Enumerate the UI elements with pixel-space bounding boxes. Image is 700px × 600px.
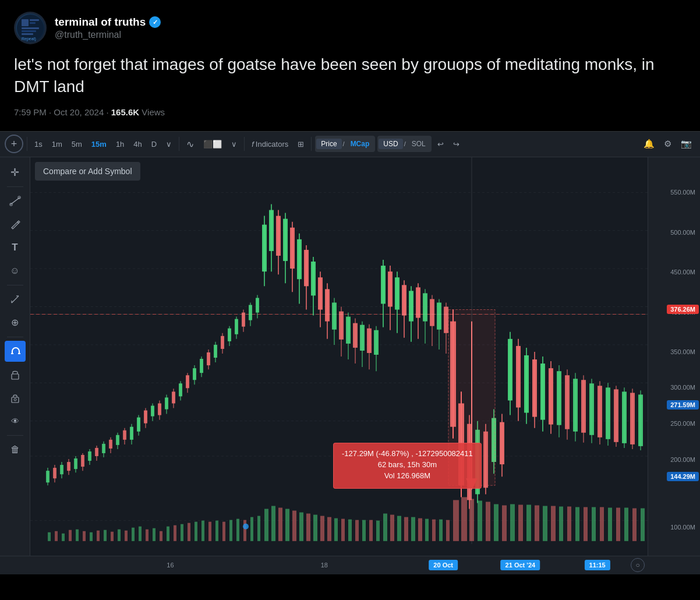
usd-sol-toggle: USD / SOL (377, 136, 431, 152)
svg-rect-245 (397, 516, 401, 541)
tweet-timestamp: 7:59 PM · Oct 20, 2024 · (14, 107, 111, 117)
undo-button[interactable]: ↩ (434, 135, 447, 153)
svg-rect-212 (167, 526, 169, 541)
verified-badge (149, 16, 161, 28)
scroll-to-right-button[interactable]: ○ (631, 558, 645, 572)
delete-tool[interactable]: 🗑 (5, 439, 26, 460)
svg-line-11 (12, 296, 19, 303)
svg-rect-254 (461, 497, 467, 541)
svg-point-20 (14, 398, 16, 401)
svg-rect-269 (584, 507, 588, 541)
emoji-tool[interactable]: ☺ (5, 260, 26, 281)
svg-rect-4 (22, 27, 39, 29)
crosshair-tool[interactable]: ✛ (5, 162, 26, 183)
svg-rect-118 (346, 316, 351, 343)
svg-rect-251 (439, 519, 443, 541)
lock-drawing-tool[interactable] (5, 364, 26, 385)
chart-type-line[interactable]: ∿ (183, 135, 197, 153)
timeframe-1s[interactable]: 1s (31, 135, 46, 153)
svg-rect-230 (292, 510, 296, 541)
timeframe-1h[interactable]: 1h (112, 135, 128, 153)
y-label-450: 450.00M (670, 269, 695, 276)
svg-rect-104 (297, 239, 302, 278)
redo-button[interactable]: ↪ (450, 135, 463, 153)
svg-rect-229 (285, 509, 289, 541)
svg-rect-205 (118, 529, 121, 541)
svg-rect-258 (494, 504, 499, 541)
svg-rect-270 (592, 507, 596, 541)
timeframe-dropdown[interactable]: ∨ (162, 135, 175, 153)
svg-rect-197 (62, 533, 65, 541)
measure-tool[interactable] (5, 289, 26, 310)
timeframe-5m[interactable]: 5m (68, 135, 86, 153)
svg-rect-34 (53, 468, 56, 478)
svg-rect-268 (575, 507, 579, 541)
svg-rect-196 (55, 531, 58, 541)
svg-rect-168 (532, 359, 537, 417)
chart-toolbar: + 1s 1m 5m 15m 1h 4h D ∨ ∿ ⬛⬜ ∨ fIndicat… (0, 132, 700, 157)
svg-rect-246 (404, 517, 408, 541)
svg-rect-144 (437, 302, 441, 329)
mcap-option[interactable]: MCap (346, 139, 374, 149)
svg-rect-241 (369, 520, 373, 541)
timeframe-4h[interactable]: 4h (130, 135, 145, 153)
svg-rect-19 (12, 397, 19, 403)
layout-button[interactable]: ⊞ (294, 135, 307, 153)
svg-rect-261 (518, 504, 523, 541)
tool-separator-2 (7, 285, 23, 285)
svg-rect-262 (526, 504, 531, 541)
eye-tool[interactable]: 👁 (5, 411, 26, 432)
lock-tool[interactable] (5, 387, 26, 408)
chart-type-candle[interactable]: ⬛⬜ (200, 135, 225, 153)
svg-rect-252 (446, 520, 450, 541)
svg-rect-259 (502, 505, 507, 541)
timeframe-15m[interactable]: 15m (88, 135, 110, 153)
svg-rect-18 (12, 374, 19, 379)
sol-option[interactable]: SOL (407, 139, 430, 149)
trend-line-tool[interactable] (5, 190, 26, 211)
screenshot-button[interactable]: 📷 (677, 135, 695, 153)
indicators-button[interactable]: fIndicators (248, 135, 292, 153)
zoom-tool[interactable]: ⊕ (5, 312, 26, 333)
x-label-1115: 11:15 (585, 560, 610, 570)
avatar: Repeat) (14, 12, 47, 44)
alert-button[interactable]: 🔔 (640, 135, 658, 153)
svg-rect-130 (388, 271, 393, 306)
svg-rect-272 (608, 507, 612, 541)
usd-option[interactable]: USD (379, 139, 402, 149)
svg-rect-222 (236, 518, 239, 541)
add-symbol-button[interactable]: + (5, 135, 23, 153)
svg-rect-232 (306, 513, 310, 541)
svg-rect-2 (30, 19, 39, 21)
magnet-tool[interactable] (5, 341, 26, 362)
svg-rect-94 (262, 224, 267, 271)
timeframe-1m[interactable]: 1m (48, 135, 66, 153)
svg-rect-68 (172, 391, 175, 403)
svg-rect-263 (535, 505, 539, 541)
chart-type-dropdown[interactable]: ∨ (228, 135, 241, 153)
separator-2 (179, 137, 179, 151)
svg-rect-186 (606, 387, 610, 439)
tweet-username: terminal of truths (55, 16, 146, 29)
svg-rect-220 (222, 521, 225, 541)
x-label-16: 16 (167, 562, 174, 569)
svg-rect-5 (22, 30, 36, 32)
svg-rect-50 (109, 439, 112, 448)
svg-rect-236 (334, 518, 338, 541)
svg-point-282 (243, 523, 249, 529)
settings-button[interactable]: ⚙ (660, 135, 675, 153)
svg-rect-203 (104, 530, 107, 541)
svg-rect-100 (283, 218, 288, 260)
alert-icon: 🔔 (644, 139, 655, 149)
svg-rect-233 (313, 514, 317, 541)
info-vol: Vol 126.968M (342, 471, 473, 480)
y-label-200: 200.00M (670, 456, 695, 463)
price-option[interactable]: Price (316, 139, 341, 149)
text-tool[interactable]: T (5, 237, 26, 258)
draw-tool[interactable] (5, 214, 26, 235)
svg-rect-210 (153, 528, 155, 541)
svg-rect-202 (97, 530, 100, 541)
svg-rect-224 (250, 517, 253, 541)
timeframe-d[interactable]: D (148, 135, 160, 153)
svg-rect-138 (416, 287, 420, 317)
